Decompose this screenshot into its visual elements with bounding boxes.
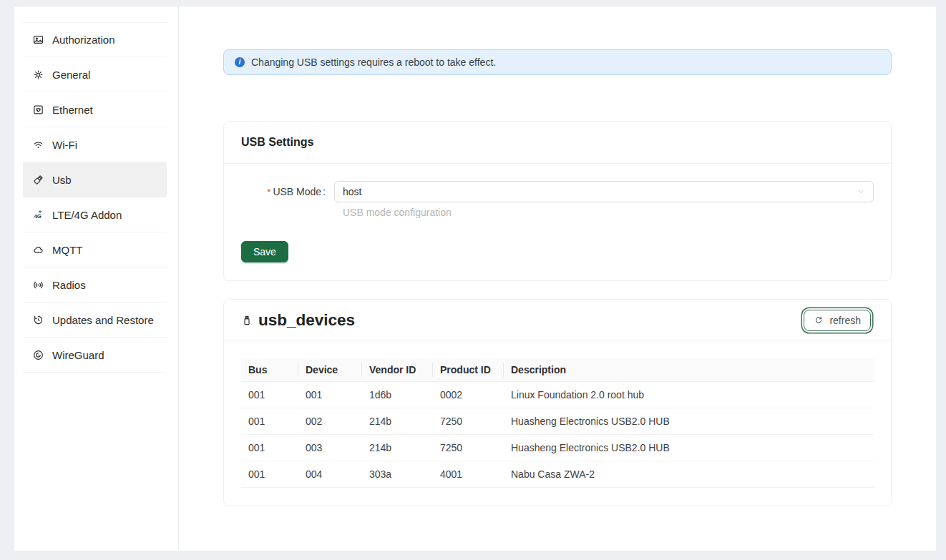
cell-device: 003 [298, 435, 362, 461]
usb-settings-card-header: USB Settings [224, 122, 891, 164]
sidebar: Authorization General Ethernet Wi-Fi [14, 6, 179, 551]
sidebar-item-wifi[interactable]: Wi-Fi [23, 127, 167, 162]
usb-devices-card-body: Bus Device Vendor ID Product ID Descript… [224, 341, 891, 506]
sidebar-item-usb[interactable]: Usb [23, 162, 167, 197]
save-button[interactable]: Save [241, 241, 288, 262]
sidebar-item-radios[interactable]: Radios [23, 267, 167, 303]
column-header-vendor-id: Vendor ID [362, 358, 433, 382]
broadcast-icon [31, 278, 44, 291]
sidebar-item-label: Updates and Restore [52, 314, 154, 326]
column-header-device: Device [298, 358, 362, 382]
wireguard-icon [31, 348, 44, 361]
cell-description: Linux Foundation 2.0 root hub [504, 382, 874, 408]
image-icon [31, 34, 44, 46]
table-row: 001 002 214b 7250 Huasheng Electronics U… [241, 408, 874, 435]
cell-bus: 001 [241, 461, 298, 488]
column-header-description: Description [504, 358, 874, 382]
cloud-icon [31, 243, 44, 256]
cell-bus: 001 [241, 435, 298, 461]
table-row: 001 003 214b 7250 Huasheng Electronics U… [241, 435, 874, 461]
sidebar-item-label: Wi-Fi [52, 139, 77, 151]
required-mark: * [267, 187, 270, 197]
cell-device: 001 [298, 382, 362, 408]
svg-text:4G: 4G [34, 213, 41, 220]
cell-description: Huasheng Electronics USB2.0 HUB [504, 408, 874, 435]
usb-icon [31, 173, 44, 186]
ethernet-icon [31, 103, 44, 116]
refresh-icon [814, 315, 824, 325]
info-icon: i [235, 57, 245, 67]
cell-bus: 001 [241, 382, 298, 408]
cell-description: Huasheng Electronics USB2.0 HUB [504, 435, 874, 461]
sidebar-item-label: General [52, 69, 90, 81]
column-header-bus: Bus [241, 358, 298, 382]
usb-settings-card: USB Settings *USB Mode: host USB mode co… [223, 121, 892, 281]
usb-mode-select[interactable]: host [334, 181, 874, 202]
usb-mode-help-text: USB mode configuration [343, 207, 874, 218]
usb-devices-card-header: usb_devices refresh [224, 300, 891, 341]
label-colon: : [323, 186, 326, 197]
chevron-down-icon [857, 187, 865, 196]
table-row: 001 001 1d6b 0002 Linux Foundation 2.0 r… [241, 382, 874, 408]
column-header-product-id: Product ID [433, 358, 504, 382]
cell-product-id: 7250 [433, 435, 504, 461]
usb-settings-title: USB Settings [241, 136, 313, 149]
wifi-icon [31, 138, 44, 151]
sidebar-menu: Authorization General Ethernet Wi-Fi [23, 22, 167, 373]
cell-vendor-id: 1d6b [362, 382, 433, 408]
table-header-row: Bus Device Vendor ID Product ID Descript… [241, 358, 874, 382]
sidebar-item-authorization[interactable]: Authorization [23, 22, 167, 57]
sidebar-item-lte-4g-addon[interactable]: 4G LTE/4G Addon [23, 197, 167, 232]
cell-device: 002 [298, 408, 362, 435]
sidebar-item-general[interactable]: General [23, 57, 167, 92]
usb-devices-table: Bus Device Vendor ID Product ID Descript… [241, 358, 874, 488]
cell-description: Nabu Casa ZWA-2 [504, 461, 874, 488]
usb-settings-card-body: *USB Mode: host USB mode configuration S… [224, 164, 891, 280]
usb-mode-label-text: USB Mode [273, 186, 321, 197]
sidebar-item-label: LTE/4G Addon [52, 209, 122, 221]
cell-product-id: 0002 [433, 382, 504, 408]
refresh-button[interactable]: refresh [804, 310, 871, 331]
cell-vendor-id: 303a [362, 461, 433, 488]
alert-text: Changing USB settings requires a reboot … [251, 57, 496, 68]
cell-device: 004 [298, 461, 362, 488]
cell-product-id: 4001 [433, 461, 504, 488]
cell-vendor-id: 214b [362, 408, 433, 435]
sidebar-item-label: Radios [52, 279, 86, 291]
info-alert: i Changing USB settings requires a reboo… [223, 49, 892, 75]
usb-drive-icon [241, 315, 253, 326]
refresh-button-label: refresh [829, 315, 861, 326]
gear-icon [31, 68, 44, 81]
usb-devices-title: usb_devices [258, 311, 355, 330]
table-row: 001 004 303a 4001 Nabu Casa ZWA-2 [241, 461, 874, 488]
settings-window: Authorization General Ethernet Wi-Fi [14, 6, 936, 551]
sidebar-item-label: MQTT [52, 244, 83, 256]
cell-bus: 001 [241, 408, 298, 435]
sidebar-item-wireguard[interactable]: WireGuard [23, 338, 167, 373]
sidebar-item-label: Usb [52, 174, 72, 186]
usb-mode-label: *USB Mode: [241, 186, 334, 197]
sidebar-item-ethernet[interactable]: Ethernet [23, 92, 167, 127]
cell-product-id: 7250 [433, 408, 504, 435]
cell-vendor-id: 214b [362, 435, 433, 461]
usb-mode-select-value: host [343, 186, 361, 197]
sidebar-item-label: WireGuard [52, 349, 104, 361]
lte-4g-icon: 4G [31, 208, 44, 221]
main-content: i Changing USB settings requires a reboo… [179, 6, 936, 551]
sidebar-item-label: Ethernet [52, 104, 93, 116]
usb-devices-card: usb_devices refresh Bus D [223, 299, 892, 506]
restore-icon [31, 313, 44, 326]
sidebar-item-mqtt[interactable]: MQTT [23, 232, 167, 267]
sidebar-item-updates-and-restore[interactable]: Updates and Restore [23, 303, 167, 338]
sidebar-item-label: Authorization [52, 34, 115, 46]
info-icon-glyph: i [239, 59, 241, 66]
